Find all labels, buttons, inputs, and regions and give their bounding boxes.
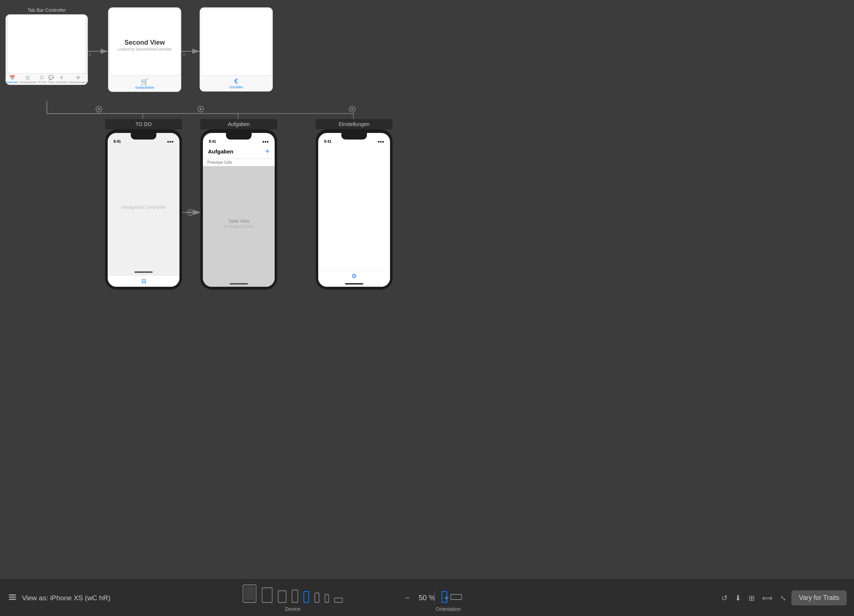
table-view-sublabel: Prototype Content bbox=[224, 224, 254, 229]
todo-notch bbox=[131, 133, 156, 140]
toolbar-right-section: ↺ ⬇ ⊞ ⟺ ⤡ Vary for Traits bbox=[719, 590, 847, 605]
device-iphone-large[interactable] bbox=[290, 588, 300, 604]
table-view-area: Table View Prototype Content bbox=[203, 166, 274, 281]
sidebar-toggle-button[interactable] bbox=[7, 592, 18, 604]
fit-height-button[interactable]: ⤡ bbox=[778, 592, 788, 604]
aufgaben-notch bbox=[226, 133, 252, 140]
device-iphone-landscape-small[interactable] bbox=[332, 596, 344, 604]
svg-rect-22 bbox=[325, 595, 328, 602]
svg-rect-13 bbox=[9, 596, 16, 598]
device-ipad-large[interactable] bbox=[241, 583, 258, 604]
todo-scene-label: TO DO bbox=[105, 119, 182, 129]
fit-width-button[interactable]: ⟺ bbox=[760, 592, 775, 604]
sv-to-schulden-arrow-tip: › bbox=[183, 50, 185, 58]
aufgaben-screen: 9:41 ●●● Aufgaben + Prototype Cells Tabl… bbox=[203, 133, 274, 287]
todo-phone-frame: 9:41 ●●● Navigation Controller ⊟ bbox=[105, 129, 182, 290]
sv-title: Second View bbox=[125, 39, 165, 47]
toolbar-left-section: View as: iPhone XS (wC hR) bbox=[7, 592, 110, 604]
svg-point-5 bbox=[198, 106, 204, 112]
device-label: Device bbox=[285, 606, 300, 612]
svg-rect-12 bbox=[9, 595, 16, 596]
schulden-body bbox=[201, 9, 271, 75]
sv-tabbar: 🛒 Einkaufsliste bbox=[108, 75, 181, 91]
schulden-tabbar: € Schulden bbox=[200, 75, 273, 91]
todo-tabbar-area: ⊟ bbox=[108, 275, 180, 287]
svg-rect-16 bbox=[244, 586, 255, 600]
einstellungen-notch bbox=[341, 133, 367, 140]
todo-home-bar bbox=[108, 269, 180, 275]
storyboard-canvas[interactable]: Tab Bar Controller 📅 Kalender 🛒 Einkaufs… bbox=[0, 0, 854, 579]
sv-frame: Second View Loaded by SecondViewControll… bbox=[108, 7, 181, 92]
device-iphone-smaller[interactable] bbox=[313, 591, 321, 604]
svg-rect-25 bbox=[451, 595, 462, 599]
einstellungen-phone-frame: 9:41 ●●● ⚙ bbox=[316, 129, 393, 290]
aufgaben-phone-frame: 9:41 ●●● Aufgaben + Prototype Cells Tabl… bbox=[200, 129, 277, 290]
svg-rect-20 bbox=[303, 592, 309, 602]
svg-rect-18 bbox=[278, 591, 286, 602]
tbc-to-sv-arrow-tip: › bbox=[88, 50, 91, 58]
orientation-label: Orientation bbox=[436, 606, 461, 612]
resize-button[interactable]: ⊞ bbox=[746, 592, 757, 604]
scene-todo: TO DO 9:41 ●●● Navigation Controller bbox=[105, 119, 182, 290]
svg-point-3 bbox=[96, 106, 102, 112]
device-icons-row: Device bbox=[241, 583, 344, 612]
aufgaben-nav-bar: Aufgaben + bbox=[203, 145, 274, 159]
view-as-label: View as: iPhone XS (wC hR) bbox=[22, 594, 110, 602]
prototype-cells-label: Prototype Cells bbox=[203, 159, 274, 166]
scene-second-view: Second View Loaded by SecondViewControll… bbox=[108, 7, 181, 92]
vary-for-traits-button[interactable]: Vary for Traits bbox=[791, 590, 847, 605]
tbc-tab-todo: ☑ TO DO bbox=[37, 75, 47, 84]
device-iphone-smallest[interactable] bbox=[323, 593, 330, 604]
aufgaben-nav-title: Aufgaben bbox=[208, 148, 233, 154]
aufgaben-scene-label: Aufgaben bbox=[200, 119, 277, 129]
einstellungen-home-bar: ⚙ bbox=[318, 271, 390, 281]
schulden-frame: € Schulden bbox=[200, 7, 273, 91]
tbc-body bbox=[8, 15, 85, 73]
sv-subtitle: Loaded by SecondViewController bbox=[117, 47, 172, 51]
orientation-landscape[interactable] bbox=[449, 593, 464, 601]
svg-point-7 bbox=[349, 106, 355, 112]
nav-controller-label: Navigation Controller bbox=[121, 204, 166, 210]
export-button[interactable]: ⬇ bbox=[733, 592, 743, 604]
table-view-label: Table View bbox=[228, 219, 249, 224]
svg-rect-21 bbox=[314, 593, 319, 602]
scene-einstellungen: Einstellungen 9:41 ●●● ⚙ bbox=[316, 119, 393, 290]
svg-point-11 bbox=[189, 211, 192, 213]
device-ipad-small[interactable] bbox=[276, 589, 288, 604]
svg-point-10 bbox=[188, 209, 194, 215]
tbc-tab-einkaufsliste: 🛒 Einkaufsliste bbox=[20, 75, 36, 84]
todo-screen: 9:41 ●●● Navigation Controller ⊟ bbox=[108, 133, 180, 287]
tbc-tab-einstellungen: ⚙ Einstellungen bbox=[69, 75, 87, 84]
svg-rect-14 bbox=[9, 599, 16, 600]
aufgaben-home-bar bbox=[203, 281, 274, 287]
svg-rect-23 bbox=[334, 598, 342, 602]
aufgaben-add-btn[interactable]: + bbox=[265, 147, 270, 156]
svg-rect-17 bbox=[262, 588, 272, 602]
tbc-tab-schulden: € Schulden bbox=[56, 75, 68, 84]
scene-aufgaben: Aufgaben 9:41 ●●● Aufgaben + Prototype C… bbox=[200, 119, 277, 290]
bottom-toolbar: View as: iPhone XS (wC hR) − 50 % + bbox=[0, 579, 854, 616]
device-ipad-medium[interactable] bbox=[260, 586, 274, 604]
svg-rect-24 bbox=[442, 592, 447, 602]
device-iphone-selected[interactable] bbox=[302, 590, 311, 604]
einstellungen-screen: 9:41 ●●● ⚙ bbox=[318, 133, 390, 287]
tbc-tab-chat: 💬 Chat bbox=[48, 75, 54, 84]
sv-body: Second View Loaded by SecondViewControll… bbox=[110, 9, 180, 75]
orientation-section: Orientation bbox=[433, 590, 464, 612]
svg-point-6 bbox=[200, 108, 202, 110]
undo-button[interactable]: ↺ bbox=[719, 592, 730, 604]
tbc-tab-kalender: 📅 Kalender bbox=[7, 75, 18, 84]
tbc-title-label: Tab Bar Controller bbox=[6, 7, 88, 13]
orientation-portrait[interactable] bbox=[440, 590, 449, 604]
todo-nav-controller-area: Navigation Controller bbox=[108, 145, 180, 269]
tbc-frame: 📅 Kalender 🛒 Einkaufsliste ☑ TO DO 💬 Cha… bbox=[6, 14, 88, 85]
svg-point-4 bbox=[98, 108, 100, 110]
einstellungen-scene-label: Einstellungen bbox=[316, 119, 393, 129]
svg-point-8 bbox=[351, 108, 354, 110]
zoom-out-button[interactable]: − bbox=[402, 592, 413, 604]
scene-tab-bar-controller: Tab Bar Controller 📅 Kalender 🛒 Einkaufs… bbox=[6, 7, 88, 85]
einstellungen-content bbox=[318, 145, 390, 271]
svg-rect-19 bbox=[292, 590, 298, 602]
scene-schulden: € Schulden bbox=[200, 7, 273, 91]
tbc-tabbar: 📅 Kalender 🛒 Einkaufsliste ☑ TO DO 💬 Cha… bbox=[6, 73, 87, 85]
